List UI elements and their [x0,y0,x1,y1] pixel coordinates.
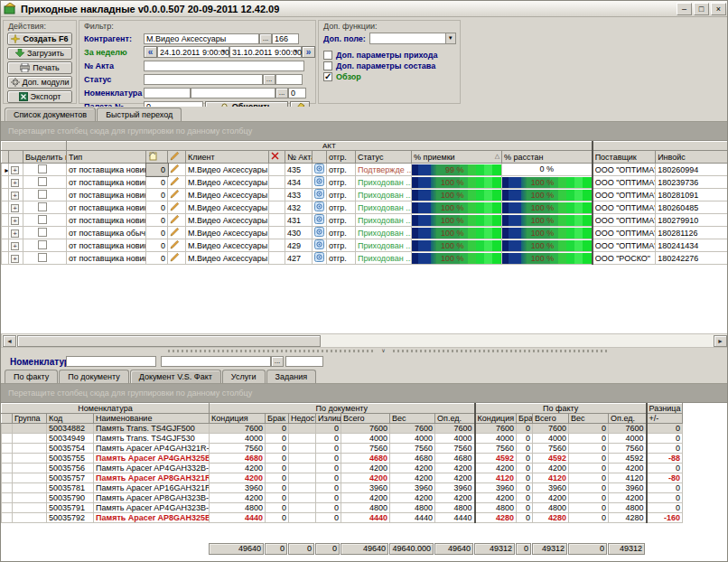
scrollbar-thumb[interactable] [17,335,321,347]
cell-doc-opunit[interactable]: 4200 [435,464,475,473]
status-lookup-button[interactable]: ... [263,74,275,85]
cell-diff[interactable]: -88 [647,454,683,464]
cell-delete[interactable] [269,201,285,214]
accept-progress-bar[interactable]: 100 % [412,201,502,214]
cell-delete[interactable] [269,189,285,201]
cell-client[interactable]: М.Видео Аксессуары [186,189,269,201]
cell-doc-shortage[interactable] [289,424,316,434]
cell-doc-condition[interactable]: 3960 [210,483,266,493]
cell-fact-condition[interactable]: 4592 [475,454,517,464]
cell-name[interactable]: Память Apacer AP4GAH325B-1 [94,454,210,464]
cell-doc-opunit[interactable]: 4800 [435,503,475,513]
cell-fact-condition[interactable]: 4280 [475,513,517,523]
cell-doc-opunit[interactable]: 4440 [435,513,475,523]
cell-fact-opunit[interactable]: 7560 [609,444,647,454]
document-row[interactable]: от поставщика новинки 0 М.Видео Аксессуа… [2,201,728,214]
placement-progress-bar[interactable]: 100 % [502,189,593,201]
detail-row[interactable]: 50034949 Память Trans. TS4GJF530 4000 0 … [2,434,683,444]
cell-type[interactable]: от поставщика новинки [67,164,146,176]
edit-pencil-icon[interactable] [168,214,186,227]
expand-icon[interactable] [9,176,23,189]
group-column-header[interactable]: Группа [13,414,47,424]
cell-attachments[interactable]: 0 [146,176,168,189]
placement-progress-bar[interactable]: 100 % [502,214,593,227]
cell-doc-defect[interactable]: 0 [266,493,289,503]
modules-button[interactable]: Доп. модули [7,76,72,89]
akt-number-column-header[interactable]: № Акта [285,151,313,164]
cell-doc-defect[interactable]: 0 [266,483,289,493]
cell-doc-shortage[interactable] [289,493,316,503]
cell-shipped[interactable]: отгр. [327,227,356,239]
cell-name[interactable]: Память Trans. TS4GJF500 [94,424,210,434]
cell-doc-shortage[interactable] [289,483,316,493]
dropdown-arrow-icon[interactable]: ▼ [291,47,301,57]
cell-doc-condition[interactable]: 4200 [210,473,266,483]
cell-doc-surplus[interactable]: 0 [316,444,341,454]
cell-group[interactable] [13,503,47,513]
edit-pencil-icon[interactable] [168,252,186,265]
cell-invoice[interactable]: 180241434 [656,239,728,252]
doc-weight-header[interactable]: Вес [390,414,435,424]
cell-group[interactable] [13,444,47,454]
cell-group[interactable] [13,454,47,464]
expand-icon[interactable] [9,164,23,176]
cell-invoice[interactable]: 180260485 [656,201,728,214]
cell-doc-opunit[interactable]: 7560 [435,444,475,454]
cell-doc-shortage[interactable] [289,513,316,523]
cell-invoice[interactable]: 180279910 [656,214,728,227]
cell-doc-surplus[interactable]: 0 [316,464,341,473]
cell-doc-surplus[interactable]: 0 [316,503,341,513]
detail-row[interactable]: 50035790 Память Apacer AP8GAH323B-1 4200… [2,493,683,503]
edit-pencil-icon[interactable] [168,239,186,252]
cell-fact-total[interactable]: 4280 [533,513,569,523]
fact-weight-header[interactable]: Вес [569,414,609,424]
cell-shipped[interactable]: отгр. [327,239,356,252]
cell-diff[interactable]: -160 [647,513,683,523]
group-by-band[interactable]: Перетащите столбец сюда для группировки … [1,122,728,141]
detail-row[interactable]: 50035792 Память Apacer AP8GAH325B-1 4440… [2,513,683,523]
nomenclature-qty-input[interactable] [285,356,323,367]
document-row[interactable]: от поставщика новинки 0 М.Видео Аксессуа… [2,176,728,189]
horizontal-scrollbar[interactable]: ◄ ► [1,333,728,348]
cell-doc-weight[interactable]: 4800 [390,503,435,513]
cell-delete[interactable] [269,164,285,176]
cell-fact-defect[interactable]: 0 [517,513,533,523]
cell-doc-shortage[interactable] [289,434,316,444]
cell-doc-defect[interactable]: 0 [266,444,289,454]
placement-progress-bar[interactable]: 100 % [502,252,593,265]
cell-fact-total[interactable]: 4200 [533,464,569,473]
cell-invoice[interactable]: 180281126 [656,227,728,239]
cell-invoice[interactable]: 180260994 [656,164,728,176]
cell-fact-total[interactable]: 4800 [533,503,569,513]
expand-icon[interactable] [9,227,23,239]
cell-attachments[interactable]: 0 [146,201,168,214]
cell-diff[interactable]: 0 [647,503,683,513]
cell-fact-total[interactable]: 7600 [533,424,569,434]
cell-supplier[interactable]: ООО "ОПТИМА" [593,176,656,189]
cell-client[interactable]: М.Видео Аксессуары [186,227,269,239]
cell-doc-surplus[interactable]: 0 [316,473,341,483]
status-column-header[interactable]: Статус [356,151,412,164]
cell-attachments[interactable]: 0 [146,227,168,239]
cell-fact-condition[interactable]: 4000 [475,434,517,444]
cell-doc-condition[interactable]: 4440 [210,513,266,523]
detail-row[interactable]: 50034882 Память Trans. TS4GJF500 7600 0 … [2,424,683,434]
fact-total-header[interactable]: Всего [533,414,569,424]
cell-attachments[interactable]: 0 [146,189,168,201]
cell-fact-opunit[interactable]: 4200 [609,493,647,503]
cell-client[interactable]: М.Видео Аксессуары [186,214,269,227]
cell-name[interactable]: Память Apacer AP4GAH321R-1 [94,444,210,454]
kontragent-code-input[interactable] [272,33,299,44]
nomenclature-group-input[interactable] [144,88,191,98]
cell-code[interactable]: 50035791 [47,503,94,513]
cell-code[interactable]: 50035790 [47,493,94,503]
dropdown-arrow-icon[interactable]: ▼ [445,33,455,43]
export-button[interactable]: Экспорт [7,90,72,103]
cell-fact-opunit[interactable]: 4200 [609,464,647,473]
cell-akt-number[interactable]: 435 [285,164,313,176]
cell-name[interactable]: Память Trans. TS4GJF530 [94,434,210,444]
select-checkbox[interactable] [23,189,67,201]
cell-doc-weight[interactable]: 4200 [390,493,435,503]
cell-fact-weight[interactable]: 0 [569,454,609,464]
cell-doc-opunit[interactable]: 4000 [435,434,475,444]
